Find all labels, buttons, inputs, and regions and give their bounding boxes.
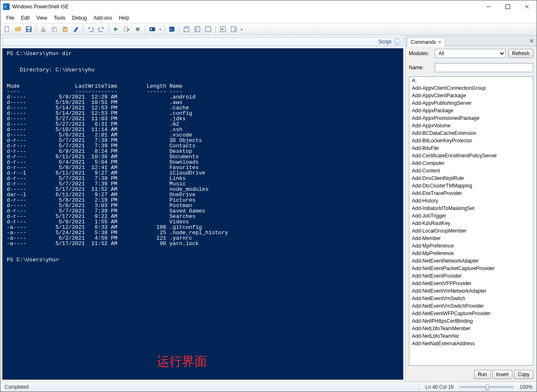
paste-icon[interactable]	[60, 24, 70, 34]
copy-button[interactable]: Copy	[514, 370, 533, 379]
svg-rect-24	[151, 28, 152, 30]
command-list[interactable]: A:Add-AppvClientConnectionGroupAdd-AppvC…	[409, 76, 533, 366]
command-item[interactable]: Add-AppvClientConnectionGroup	[409, 84, 533, 92]
layout-top-icon[interactable]	[182, 24, 192, 34]
toolbar-dropdown[interactable]: ▾	[158, 28, 162, 31]
svg-text:>_: >_	[170, 28, 175, 32]
save-icon[interactable]	[24, 24, 34, 34]
menu-view[interactable]: View	[33, 14, 50, 22]
command-item[interactable]: Add-Member	[409, 235, 533, 242]
name-label: Name:	[409, 65, 432, 71]
menubar: File Edit View Tools Debug Add-ons Help	[0, 13, 537, 23]
console-output[interactable]: PS C:\Users\yhu> dir Directory: C:\Users…	[3, 48, 403, 263]
command-item[interactable]: Add-NetLbfoTeamNic	[409, 332, 533, 340]
minimize-button[interactable]	[479, 0, 498, 13]
command-item[interactable]: Add-NetEventVmSwitchProvider	[409, 302, 533, 310]
svg-rect-23	[150, 28, 155, 31]
menu-tools[interactable]: Tools	[50, 14, 69, 22]
start-powershell-icon[interactable]: >_	[167, 24, 177, 34]
layout-max-icon[interactable]	[203, 24, 213, 34]
command-item[interactable]: Add-BitsFile	[409, 144, 533, 152]
command-item[interactable]: Add-LocalGroupMember	[409, 227, 533, 235]
maximize-button[interactable]	[498, 0, 517, 13]
menu-addons[interactable]: Add-ons	[90, 14, 116, 22]
command-item[interactable]: Add-Computer	[409, 159, 533, 167]
menu-debug[interactable]: Debug	[69, 14, 90, 22]
redo-icon[interactable]	[96, 24, 106, 34]
console-pane[interactable]: PS C:\Users\yhu> dir Directory: C:\Users…	[2, 48, 403, 380]
modules-select[interactable]: All	[435, 49, 506, 58]
command-item[interactable]: Add-AppvClientPackage	[409, 92, 533, 99]
script-pane-header[interactable]: Script ⌄	[2, 37, 403, 46]
command-item[interactable]: Add-NetEventVmNetworkAdapter	[409, 287, 533, 295]
command-item[interactable]: Add-CertificateEnrollmentPolicyServer	[409, 152, 533, 159]
new-icon[interactable]	[2, 24, 12, 34]
command-item[interactable]: Add-AppvPublishingServer	[409, 99, 533, 107]
menu-help[interactable]: Help	[116, 14, 133, 22]
command-item[interactable]: Add-NetEventPacketCaptureProvider	[409, 265, 533, 272]
toolbar: ▾ >_ ▾	[0, 23, 537, 35]
svg-rect-22	[136, 28, 139, 31]
command-item[interactable]: Add-DnsClientNrptRule	[409, 175, 533, 182]
close-panel-icon[interactable]: ✕	[529, 38, 534, 44]
command-item[interactable]: Add-BCDataCacheExtension	[409, 129, 533, 137]
clear-console-icon[interactable]	[71, 24, 81, 34]
show-command-icon[interactable]	[218, 24, 228, 34]
layout-side-icon[interactable]	[192, 24, 202, 34]
insert-button[interactable]: Insert	[492, 370, 512, 379]
cursor-position: Ln 40 Col 18	[425, 384, 454, 390]
command-item[interactable]: Add-History	[409, 197, 533, 205]
run-selection-icon[interactable]	[122, 24, 132, 34]
cut-icon[interactable]	[38, 24, 48, 34]
command-item[interactable]: Add-MpPreference	[409, 250, 533, 257]
menu-file[interactable]: File	[3, 14, 18, 22]
command-item[interactable]: Add-InitiatorIdToMaskingSet	[409, 205, 533, 212]
command-item[interactable]: Add-DtcClusterTMMapping	[409, 182, 533, 190]
command-item[interactable]: Add-NetEventWFPCaptureProvider	[409, 310, 533, 317]
command-item[interactable]: Add-AppxVolume	[409, 122, 533, 129]
window-title: Windows PowerShell ISE	[12, 4, 68, 10]
run-script-icon[interactable]	[111, 24, 121, 34]
run-button[interactable]: Run	[474, 370, 491, 379]
svg-rect-1	[506, 5, 510, 9]
command-item[interactable]: Add-Content	[409, 167, 533, 175]
zoom-slider[interactable]	[459, 386, 514, 388]
statusbar: Completed Ln 40 Col 18 100%	[0, 382, 537, 392]
command-item[interactable]: Add-EtwTraceProvider	[409, 190, 533, 197]
command-item[interactable]: Add-NetNatExternalAddress	[409, 340, 533, 347]
tab-commands[interactable]: Commands ✕	[407, 38, 445, 46]
copy-icon[interactable]	[49, 24, 59, 34]
close-button[interactable]	[517, 0, 537, 13]
command-item[interactable]: Add-NetIPHttpsCertBinding	[409, 317, 533, 325]
command-item[interactable]: Add-JobTrigger	[409, 212, 533, 220]
svg-marker-19	[114, 27, 118, 31]
command-item[interactable]: Add-NetEventVmSwitch	[409, 295, 533, 302]
svg-point-9	[41, 30, 43, 32]
expand-script-icon[interactable]: ⌄	[394, 38, 401, 45]
command-item[interactable]: Add-AppxProvisionedPackage	[409, 114, 533, 122]
command-item[interactable]: Add-NetEventVFPProvider	[409, 280, 533, 287]
command-item[interactable]: Add-AppxPackage	[409, 107, 533, 114]
zoom-value: 100%	[519, 384, 532, 390]
command-item[interactable]: Add-MpPreference	[409, 242, 533, 250]
open-icon[interactable]	[13, 24, 23, 34]
titlebar: >_ Windows PowerShell ISE	[0, 0, 537, 13]
svg-rect-8	[28, 30, 30, 31]
command-item[interactable]: Add-NetEventProvider	[409, 272, 533, 280]
stop-icon[interactable]	[133, 24, 143, 34]
command-item[interactable]: Add-BitLockerKeyProtector	[409, 137, 533, 144]
name-input[interactable]	[435, 63, 533, 72]
refresh-button[interactable]: Refresh	[508, 49, 533, 58]
svg-marker-17	[88, 27, 90, 29]
command-item[interactable]: Add-KdsRootKey	[409, 220, 533, 227]
menu-edit[interactable]: Edit	[18, 14, 33, 22]
command-item[interactable]: Add-NetLbfoTeamMember	[409, 325, 533, 332]
tab-label: Commands	[411, 39, 436, 45]
close-tab-icon[interactable]: ✕	[438, 40, 441, 45]
new-remote-tab-icon[interactable]	[147, 24, 157, 34]
show-command-addon-icon[interactable]	[229, 24, 239, 34]
command-item[interactable]: Add-NetEventNetworkAdapter	[409, 257, 533, 265]
toolbar-overflow[interactable]: ▾	[240, 28, 244, 31]
undo-icon[interactable]	[86, 24, 96, 34]
command-item[interactable]: A:	[409, 77, 533, 84]
